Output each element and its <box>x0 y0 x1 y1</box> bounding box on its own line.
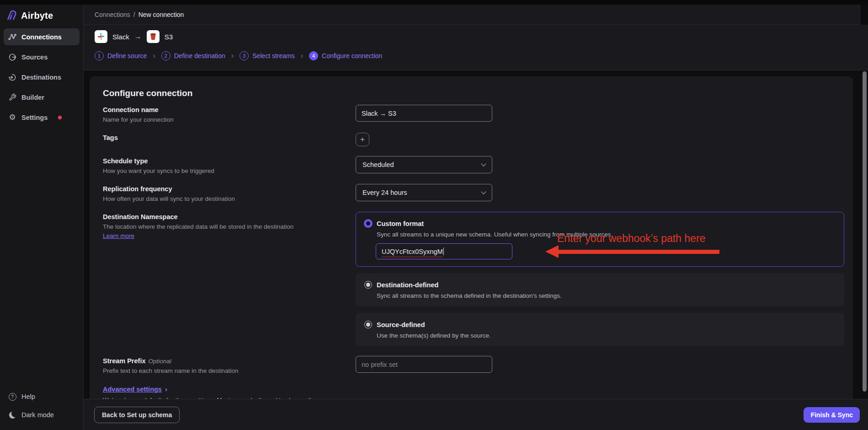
radio-unselected-icon[interactable] <box>364 321 372 328</box>
sidebar-item-destinations[interactable]: Destinations <box>4 69 80 86</box>
main-area: Connections / New connection Slack → <box>84 5 868 430</box>
airbyte-logo-icon <box>5 9 17 23</box>
tags-label: Tags <box>103 134 356 141</box>
sidebar-item-label: Sources <box>21 54 48 61</box>
chevron-right-icon: › <box>231 52 234 59</box>
connector-header: Slack → S3 1 Define source › 2 <box>84 25 868 70</box>
vertical-scrollbar[interactable] <box>863 71 867 392</box>
destination-namespace-row: Destination Namespace The location where… <box>103 212 844 346</box>
schedule-type-value: Scheduled <box>362 161 394 168</box>
stream-prefix-input[interactable] <box>356 356 492 373</box>
builder-wrench-icon <box>8 93 16 101</box>
configure-connection-card: Configure connection Connection name Nam… <box>90 76 853 399</box>
content-area: Configure connection Connection name Nam… <box>84 70 868 399</box>
connections-icon <box>8 33 16 41</box>
chevron-right-icon: › <box>153 52 155 59</box>
step-label: Select streams <box>252 52 295 59</box>
advanced-settings-link[interactable]: Advanced settings <box>103 386 162 393</box>
namespace-hint: The location where the replicated data w… <box>103 223 356 230</box>
brand-name: Airbyte <box>21 11 53 21</box>
sidebar-item-label: Settings <box>21 114 48 121</box>
step-select-streams[interactable]: 3 Select streams <box>240 51 295 60</box>
option-title: Destination-defined <box>377 281 438 289</box>
custom-format-value: UJQYcFtcx0SyxngM <box>382 248 443 255</box>
replication-frequency-label: Replication frequency <box>103 185 356 193</box>
sidebar-item-settings[interactable]: ⚙ Settings <box>4 109 80 126</box>
option-description: Sync all streams to a unique new schema.… <box>377 231 836 238</box>
breadcrumb: Connections / New connection <box>84 5 868 25</box>
radio-selected-icon[interactable] <box>364 219 373 228</box>
namespace-option-source-defined[interactable]: Source-defined Use the schema(s) defined… <box>356 313 844 346</box>
connector-row: Slack → S3 <box>95 29 868 44</box>
back-button[interactable]: Back to Set up schema <box>94 407 180 423</box>
schedule-type-row: Schedule type How you want your syncs to… <box>103 156 844 174</box>
step-configure-connection[interactable]: 4 Configure connection <box>309 51 382 60</box>
replication-frequency-select[interactable]: Every 24 hours <box>356 184 492 201</box>
sidebar: Airbyte Connections <box>0 5 84 430</box>
stream-prefix-hint: Prefix text to each stream name in the d… <box>103 367 356 374</box>
sidebar-item-label: Connections <box>21 33 62 41</box>
dark-mode-label: Dark mode <box>21 411 54 419</box>
radio-unselected-icon[interactable] <box>364 281 372 289</box>
moon-icon <box>8 412 16 419</box>
help-button[interactable]: Help <box>4 389 80 404</box>
custom-format-input[interactable]: UJQYcFtcx0SyxngM <box>376 243 512 259</box>
option-description: Use the schema(s) defined by the source. <box>377 332 836 339</box>
scrollbar-corner <box>861 5 868 25</box>
option-description: Sync all streams to the schema defined i… <box>377 292 836 299</box>
plus-icon: + <box>360 135 365 144</box>
chevron-down-icon <box>481 161 486 166</box>
learn-more-link[interactable]: Learn more <box>103 232 134 239</box>
sources-icon <box>8 53 16 61</box>
step-number: 2 <box>161 51 170 60</box>
namespace-option-custom-format[interactable]: Custom format Sync all streams to a uniq… <box>356 212 844 267</box>
sidebar-nav: Connections Sources Dest <box>0 27 83 128</box>
schedule-type-select[interactable]: Scheduled <box>356 156 492 173</box>
connection-name-row: Connection name Name for your connection <box>103 105 844 123</box>
schedule-type-label: Schedule type <box>103 157 356 165</box>
help-icon <box>8 393 16 401</box>
sidebar-item-builder[interactable]: Builder <box>4 89 80 106</box>
step-label: Define source <box>107 52 147 59</box>
sidebar-item-label: Builder <box>21 94 44 101</box>
step-number: 4 <box>309 51 318 60</box>
add-tag-button[interactable]: + <box>356 133 369 146</box>
step-define-source[interactable]: 1 Define source <box>95 51 147 60</box>
chevron-down-icon <box>481 189 486 194</box>
advanced-settings-section: Advanced settings› We've chosen defaults… <box>103 385 844 399</box>
slack-icon <box>95 30 107 43</box>
optional-tag: Optional <box>149 358 171 365</box>
brand: Airbyte <box>0 5 83 27</box>
step-define-destination[interactable]: 2 Define destination <box>161 51 225 60</box>
connection-name-input[interactable] <box>356 105 492 122</box>
step-label: Configure connection <box>322 52 382 59</box>
text-cursor <box>443 247 444 255</box>
option-title: Custom format <box>377 220 424 227</box>
s3-icon <box>147 30 160 43</box>
connection-name-hint: Name for your connection <box>103 116 356 123</box>
page-title: Configure connection <box>103 88 844 98</box>
sidebar-item-label: Destinations <box>21 74 61 81</box>
namespace-label: Destination Namespace <box>103 213 356 220</box>
chevron-right-icon: › <box>301 52 303 59</box>
settings-gear-icon: ⚙ <box>8 113 16 121</box>
destinations-icon <box>8 73 16 81</box>
breadcrumb-connections-link[interactable]: Connections <box>95 11 130 18</box>
step-number: 3 <box>240 51 249 60</box>
breadcrumb-current: New connection <box>138 11 184 18</box>
sidebar-item-connections[interactable]: Connections <box>4 28 80 45</box>
sidebar-item-sources[interactable]: Sources <box>4 48 80 65</box>
dark-mode-toggle[interactable]: Dark mode <box>4 407 80 423</box>
airbyte-app: Airbyte Connections <box>0 0 868 430</box>
schedule-type-hint: How you want your syncs to be triggered <box>103 167 356 174</box>
annotation-arrow-left-icon <box>545 245 719 258</box>
step-number: 1 <box>95 51 104 60</box>
replication-frequency-row: Replication frequency How often your dat… <box>103 184 844 202</box>
sidebar-bottom: Help Dark mode <box>0 389 83 430</box>
stepper: 1 Define source › 2 Define destination ›… <box>95 51 868 60</box>
finish-and-sync-button[interactable]: Finish & Sync <box>804 407 860 423</box>
stream-prefix-row: Stream PrefixOptional Prefix text to eac… <box>103 356 844 374</box>
namespace-option-destination-defined[interactable]: Destination-defined Sync all streams to … <box>356 273 844 306</box>
arrow-right-icon: → <box>134 32 142 41</box>
connection-name-label: Connection name <box>103 106 356 113</box>
